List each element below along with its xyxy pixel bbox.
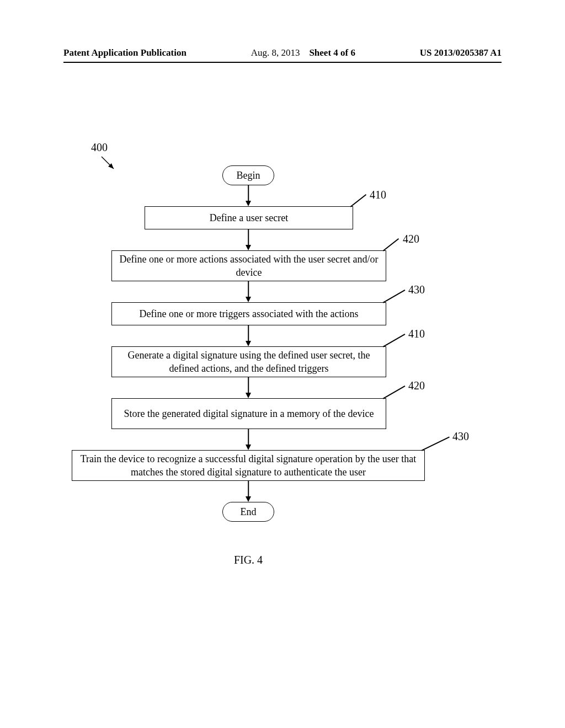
arrow-head-icon [246,393,251,398]
header-sheet: Sheet 4 of 6 [309,47,355,58]
arrow-head-icon [246,245,251,250]
header-date: Aug. 8, 2013 [251,47,300,58]
end-text: End [241,506,257,518]
arrow-head-icon [246,297,251,302]
arrow-head-icon [246,445,251,450]
step-6-text: Train the device to recognize a successf… [78,452,419,479]
arrow-head-icon [246,201,251,206]
arrow [248,377,249,393]
header-center: Aug. 8, 2013 Sheet 4 of 6 [251,47,355,58]
ref-410-a: 410 [370,189,386,201]
ref-leader [383,386,406,399]
ref-400-label: 400 [91,141,108,154]
page-header: Patent Application Publication Aug. 8, 2… [63,47,502,63]
step-5: Store the generated digital signature in… [111,398,386,429]
ref-leader [350,194,366,207]
step-4: Generate a digital signature using the d… [111,346,386,377]
ref-430-b: 430 [452,430,469,443]
step-4-text: Generate a digital signature using the d… [118,349,380,376]
step-6: Train the device to recognize a successf… [72,450,425,481]
arrow-head-icon [246,496,251,502]
arrow-head-icon [246,341,251,346]
step-5-text: Store the generated digital signature in… [124,407,374,420]
ref-leader [383,290,406,303]
ref-leader [383,334,406,347]
step-3: Define one or more triggers associated w… [111,302,386,325]
step-3-text: Define one or more triggers associated w… [140,307,359,320]
arrow [248,325,249,341]
begin-text: Begin [237,170,260,181]
arrow [248,481,249,496]
ref-leader [383,238,399,251]
ref-420-b: 420 [408,379,425,392]
step-2: Define one or more actions associated wi… [111,250,386,281]
arrow [248,429,249,445]
arrow [248,229,249,245]
end-node: End [222,502,274,522]
ref-430-a: 430 [408,283,425,296]
step-1-text: Define a user secret [210,211,288,224]
header-left: Patent Application Publication [63,47,186,58]
ref-410-b: 410 [408,328,425,340]
header-pubno: US 2013/0205387 A1 [420,47,502,58]
ref-420-a: 420 [403,233,419,245]
step-1: Define a user secret [145,206,353,229]
ref-leader [422,437,450,451]
figure-caption: FIG. 4 [72,554,425,566]
arrow [248,281,249,297]
arrow [248,185,249,201]
ref-400-arrow [99,154,121,176]
step-2-text: Define one or more actions associated wi… [118,253,380,280]
begin-node: Begin [222,165,274,185]
